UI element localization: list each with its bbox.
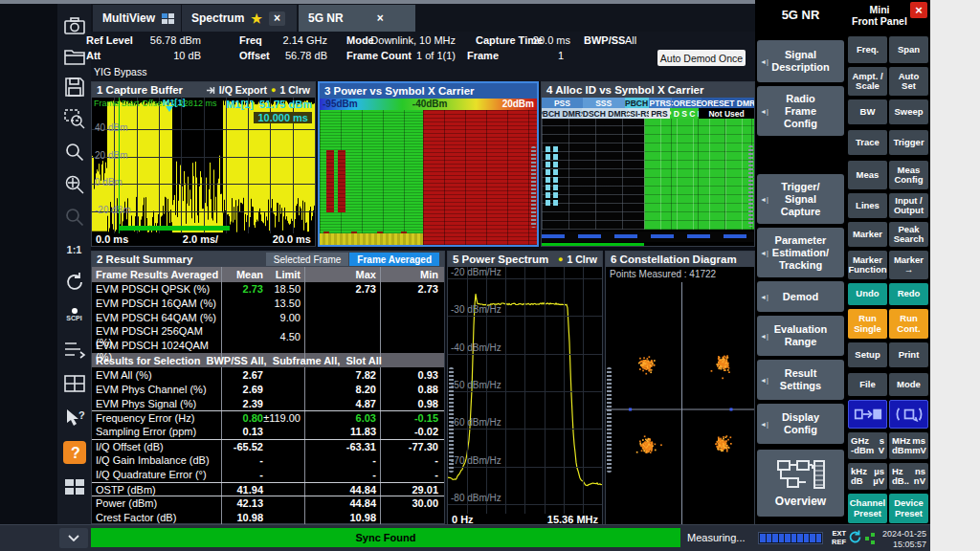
- softkey-parameter-estimation-tracking[interactable]: ◄|ParameterEstimation/Tracking: [757, 228, 844, 277]
- save-icon[interactable]: [57, 73, 91, 101]
- softkey-trigger-signal-capture[interactable]: ◄|Trigger/SignalCapture: [757, 174, 844, 224]
- tab-selected-frame[interactable]: Selected Frame: [266, 253, 349, 266]
- star-icon: ★: [251, 11, 262, 26]
- mini-key-device-preset[interactable]: DevicePreset: [889, 494, 928, 523]
- mini-key-run-cont[interactable]: RunCont.: [889, 309, 928, 339]
- tab-5gnr-label: 5G NR: [308, 11, 344, 25]
- mini-key-bw[interactable]: BW: [848, 99, 887, 124]
- softkey-evaluation-range[interactable]: ◄|EvaluationRange: [757, 316, 844, 356]
- mini-key-run-single[interactable]: RunSingle: [848, 309, 887, 339]
- softkey-result-settings[interactable]: ◄|ResultSettings: [757, 360, 844, 400]
- toolbar-collapse-button[interactable]: [59, 528, 88, 548]
- window-power-vs-symbol[interactable]: 3 Power vs Symbol X Carrier -95dBm -40dB…: [318, 81, 539, 247]
- mini-key-meas-config[interactable]: MeasConfig: [889, 161, 928, 189]
- close-mini-panel-button[interactable]: ×: [910, 2, 927, 18]
- mini-key-sweep[interactable]: Sweep: [889, 99, 928, 124]
- alloc-not-used-region: [542, 119, 644, 230]
- trace5-dot-icon: ●: [558, 254, 563, 264]
- mini-key-marker[interactable]: Marker→: [889, 251, 928, 279]
- mini-key-setup[interactable]: Setup: [848, 342, 887, 367]
- zoom-off-icon[interactable]: [57, 203, 91, 231]
- zoom-icon[interactable]: [57, 138, 91, 166]
- power-vs-symbol-title: 3 Power vs Symbol X Carrier: [324, 85, 475, 97]
- tab-5gnr[interactable]: 5G NR ×: [299, 5, 415, 32]
- zoom-area-icon[interactable]: [57, 105, 91, 134]
- softkey-arrow-icon: ◄|: [760, 247, 768, 259]
- mini-key-khz-s[interactable]: kHzµsdBµV: [848, 463, 887, 490]
- w5-resize-handle[interactable]: [449, 367, 454, 473]
- context-help-icon[interactable]: ?: [57, 404, 91, 432]
- window-capture-buffer[interactable]: 1 Capture Buffer I/Q Export ● 1 Clrw 40 …: [91, 81, 316, 247]
- capture-buffer-body: 40 dBm 20 dBm 0 dBm -20 dBm Frame Start …: [92, 98, 315, 246]
- alloc-pdsch-region: [644, 119, 754, 230]
- mini-key-auto-set[interactable]: AutoSet: [889, 67, 928, 96]
- mini-key-meas[interactable]: Meas: [848, 161, 887, 189]
- trace5-mode-label: 1 Clrw: [567, 253, 597, 265]
- mini-key-marker-function[interactable]: MarkerFunction: [848, 251, 887, 279]
- result-summary-table: Frame Results AveragedMeanLimitMaxMinEVM…: [92, 267, 444, 523]
- tab-spectrum[interactable]: Spectrum ★ ×: [182, 5, 297, 32]
- marker-m1-icon[interactable]: [166, 106, 173, 112]
- split-screen-icon[interactable]: [57, 369, 91, 398]
- mini-key-ghz-s[interactable]: GHzs-dBmV: [848, 432, 887, 459]
- display-switch-key[interactable]: [848, 400, 887, 429]
- mini-key-peak-search[interactable]: PeakSearch: [889, 222, 928, 247]
- alloc-legend-pdsch-dmrs: PDSCH DMRS: [582, 108, 628, 119]
- refresh-icon[interactable]: [57, 268, 91, 297]
- window-alloc-id[interactable]: 4 Alloc ID vs Symbol X Carrier PSSSSSPBC…: [541, 81, 755, 247]
- result-row-power-dbm: Power (dBm)42.1344.8430.00: [92, 496, 444, 510]
- alloc-legend-prs: PRS: [649, 108, 671, 119]
- window-constellation[interactable]: 6 Constellation Diagram Points Measured …: [605, 251, 755, 528]
- mini-key-trace[interactable]: Trace: [848, 130, 887, 155]
- alloc-legend-row2: PBCH DMRSPDSCH DMRSCSI-RSPRSP D S C HNot…: [542, 108, 754, 119]
- close-spectrum-tab-icon[interactable]: ×: [269, 11, 285, 26]
- help-icon[interactable]: ?: [57, 438, 91, 467]
- w6-resize-handle[interactable]: [607, 367, 612, 473]
- softkey-overview[interactable]: Overview: [757, 450, 844, 517]
- constellation-body: Points Measured : 41722: [606, 267, 754, 527]
- windows-icon[interactable]: [57, 473, 91, 501]
- auto-demod-once-button[interactable]: Auto Demod Once: [657, 50, 746, 66]
- mini-key-span[interactable]: Span: [889, 36, 928, 63]
- scpi-icon[interactable]: SCPI: [57, 300, 91, 329]
- w3-resize-handle[interactable]: [531, 146, 536, 228]
- softkey-radio-frame-config[interactable]: ◄|RadioFrameConfig: [757, 86, 844, 136]
- mini-key-hz-ns[interactable]: HznsdB..nV: [889, 463, 928, 490]
- tab-frame-averaged[interactable]: Frame Averaged: [349, 253, 439, 266]
- mini-key-redo[interactable]: Redo: [889, 283, 928, 305]
- w5-ylabel-2: -40 dBm/Hz: [451, 342, 501, 353]
- softkey-display-config[interactable]: ◄|DisplayConfig: [757, 404, 844, 444]
- capture-buffer-x-axis: 0.0 ms2.0 ms/20.0 ms: [92, 233, 315, 246]
- window-power-spectrum[interactable]: 5 Power Spectrum ● 1 Clrw -20 dBm/Hz-30 …: [447, 251, 603, 528]
- mini-key-marker[interactable]: Marker: [848, 222, 887, 247]
- mini-key-trigger[interactable]: Trigger: [889, 130, 928, 155]
- mini-key-mode[interactable]: Mode: [889, 373, 928, 396]
- mini-key-mhz-ms[interactable]: MHzmsdBmmV: [889, 432, 928, 459]
- result-summary-title: 2 Result Summary: [97, 253, 192, 265]
- mini-key-input-output[interactable]: Input /Output: [889, 193, 928, 218]
- alloc-legend-ptrs: PTRS: [649, 98, 673, 108]
- w4-resize-handle[interactable]: [748, 145, 753, 227]
- window-loop-key[interactable]: [889, 400, 928, 429]
- alloc-legend-coreset-dmrs: CORESET DMRS: [702, 98, 754, 108]
- close-5gnr-tab-icon[interactable]: ×: [372, 11, 389, 26]
- result-row-evm-pdsch-qpsk: EVM PDSCH QPSK (%)2.7318.502.732.73: [92, 282, 444, 297]
- sequencer-icon[interactable]: [57, 335, 91, 364]
- softkey-demod[interactable]: ◄|Demod: [757, 281, 844, 312]
- mini-key-undo[interactable]: Undo: [848, 283, 887, 305]
- setting-value-mode: Downlink, 10 MHz: [350, 34, 456, 46]
- mini-key-ampt-scale[interactable]: Ampt. /Scale: [848, 67, 887, 96]
- setting-value-ref-level: 56.78 dBm: [96, 34, 201, 46]
- one-to-one-icon[interactable]: 1:1: [57, 235, 91, 264]
- multi-zoom-icon[interactable]: [57, 170, 91, 199]
- mini-key-file[interactable]: File: [848, 373, 887, 396]
- mini-key-print[interactable]: Print: [889, 342, 928, 367]
- window-result-summary[interactable]: 2 Result Summary Selected Frame Frame Av…: [91, 251, 445, 524]
- tab-multiview[interactable]: MultiView: [93, 5, 181, 32]
- mini-key-lines[interactable]: Lines: [848, 193, 887, 218]
- softkey-signal-description[interactable]: ◄|SignalDescription: [757, 40, 844, 82]
- mini-key-freq[interactable]: Freq.: [848, 36, 887, 63]
- scale-min-label: -95dBm: [323, 99, 358, 110]
- iq-export-button[interactable]: I/Q Export: [206, 84, 267, 96]
- mini-key-channel-preset[interactable]: ChannelPreset: [848, 494, 887, 523]
